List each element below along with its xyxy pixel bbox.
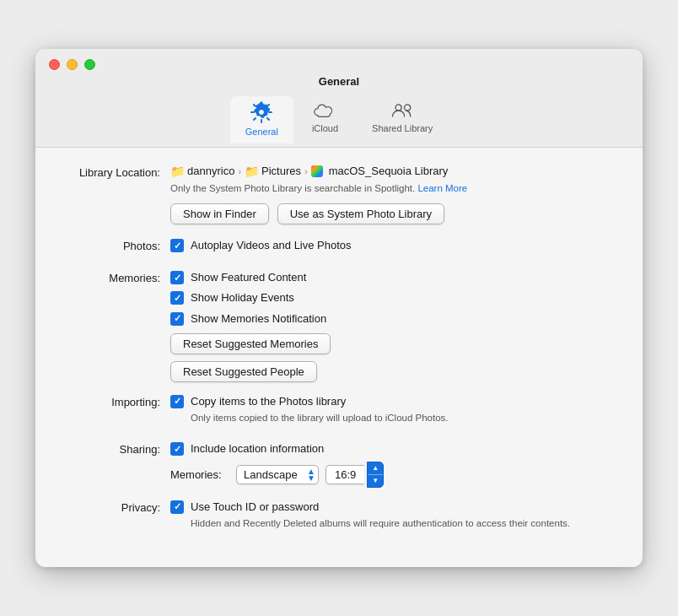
show-featured-check-mark: ✓ [174, 273, 181, 283]
macos-icon [311, 165, 323, 177]
library-buttons-row: Show in Finder Use as System Photo Libra… [170, 203, 617, 224]
show-featured-label: Show Featured Content [191, 270, 306, 285]
tab-shared-library-label: Shared Library [372, 123, 433, 133]
show-holiday-label: Show Holiday Events [191, 290, 294, 305]
ratio-stepper-down[interactable]: ▼ [368, 475, 383, 487]
reset-memories-button[interactable]: Reset Suggested Memories [170, 333, 331, 354]
path-sep-2: › [304, 166, 308, 176]
memories-label: Memories: [61, 270, 170, 284]
show-featured-checkbox[interactable]: ✓ [170, 271, 184, 284]
tab-general-label: General [245, 127, 278, 137]
content-area: Library Location: 📁 dannyrico › 📁 Pictur… [35, 148, 643, 567]
copy-items-label: Copy items to the Photos library [191, 394, 449, 409]
photos-content: ✓ Autoplay Videos and Live Photos [170, 238, 617, 258]
tab-icloud[interactable]: iCloud [297, 96, 353, 143]
reset-people-button[interactable]: Reset Suggested People [170, 361, 317, 382]
show-notification-check-mark: ✓ [174, 314, 181, 323]
memories-buttons: Reset Suggested Memories Reset Suggested… [170, 333, 617, 382]
path-library-text: macOS_Sequoia Library [329, 165, 449, 177]
path-library: macOS_Sequoia Library [311, 165, 449, 177]
privacy-section: Privacy: ✓ Use Touch ID or password Hidd… [61, 500, 617, 535]
tab-general[interactable]: General [230, 96, 293, 143]
maximize-button[interactable] [84, 59, 95, 70]
path-dannyrico: 📁 dannyrico [170, 165, 234, 178]
autoplay-label: Autoplay Videos and Live Photos [191, 238, 352, 253]
importing-label: Importing: [61, 394, 170, 408]
touch-id-check-mark: ✓ [174, 502, 181, 511]
spotlight-note: Only the System Photo Library is searcha… [170, 181, 617, 195]
copy-items-text-block: Copy items to the Photos library Only it… [191, 394, 449, 424]
privacy-label: Privacy: [61, 500, 170, 514]
landscape-select[interactable]: Landscape Portrait [236, 465, 319, 484]
sharing-label: Sharing: [61, 441, 170, 456]
show-notification-checkbox[interactable]: ✓ [170, 312, 184, 326]
photos-label: Photos: [61, 238, 170, 252]
show-in-finder-button[interactable]: Show in Finder [170, 203, 269, 224]
show-notification-label: Show Memories Notification [191, 311, 326, 327]
folder-icon-dannyrico: 📁 [170, 165, 185, 178]
autoplay-check-mark: ✓ [174, 241, 181, 251]
path-pictures-text: Pictures [261, 165, 301, 177]
traffic-lights [49, 59, 95, 70]
memories-content: ✓ Show Featured Content ✓ Show Holiday E… [170, 270, 617, 382]
tab-shared-library[interactable]: Shared Library [357, 96, 448, 143]
ratio-container: 16:9 ▲ ▼ [326, 462, 384, 488]
cloud-icon [314, 101, 336, 120]
touch-id-text-block: Use Touch ID or password Hidden and Rece… [191, 500, 570, 530]
memories-sharing-label: Memories: [170, 468, 229, 481]
sharing-section: Sharing: ✓ Include location information … [61, 441, 617, 488]
titlebar: General General iCloud [35, 49, 643, 148]
privacy-content: ✓ Use Touch ID or password Hidden and Re… [170, 500, 617, 535]
svg-point-1 [258, 109, 265, 116]
touch-id-checkbox[interactable]: ✓ [170, 500, 184, 514]
library-location-label: Library Location: [61, 165, 170, 179]
use-as-system-button[interactable]: Use as System Photo Library [277, 203, 444, 224]
importing-section: Importing: ✓ Copy items to the Photos li… [61, 394, 617, 430]
path-sep-1: › [238, 166, 241, 176]
library-path: 📁 dannyrico › 📁 Pictures › macOS_Sequoia… [170, 165, 617, 178]
copy-items-checkbox[interactable]: ✓ [170, 395, 184, 408]
autoplay-row: ✓ Autoplay Videos and Live Photos [170, 238, 617, 253]
importing-content: ✓ Copy items to the Photos library Only … [170, 394, 617, 430]
path-pictures: 📁 Pictures [245, 165, 301, 178]
minimize-button[interactable] [67, 59, 78, 70]
svg-point-2 [396, 105, 401, 111]
ratio-value: 16:9 [326, 465, 364, 484]
close-button[interactable] [49, 59, 60, 70]
library-location-section: Library Location: 📁 dannyrico › 📁 Pictur… [61, 165, 617, 226]
show-featured-row: ✓ Show Featured Content [170, 270, 617, 285]
show-notification-row: ✓ Show Memories Notification [170, 311, 617, 327]
include-location-check-mark: ✓ [174, 445, 181, 454]
landscape-select-wrapper: Landscape Portrait ▲ ▼ [236, 465, 319, 484]
photos-section: Photos: ✓ Autoplay Videos and Live Photo… [61, 238, 617, 258]
touch-id-label: Use Touch ID or password [191, 500, 570, 515]
ratio-stepper[interactable]: ▲ ▼ [367, 462, 384, 488]
svg-point-3 [405, 105, 411, 111]
sharing-content: ✓ Include location information Memories:… [170, 441, 617, 488]
touch-id-row: ✓ Use Touch ID or password Hidden and Re… [170, 500, 617, 530]
window-title: General [319, 75, 359, 88]
ratio-stepper-up[interactable]: ▲ [368, 462, 383, 474]
tab-icloud-label: iCloud [312, 123, 338, 133]
gear-icon [250, 101, 272, 123]
show-holiday-row: ✓ Show Holiday Events [170, 290, 617, 305]
touch-id-sub: Hidden and Recently Deleted albums will … [191, 516, 570, 530]
include-location-row: ✓ Include location information [170, 441, 617, 457]
copy-items-sub: Only items copied to the library will up… [191, 411, 449, 424]
autoplay-checkbox[interactable]: ✓ [170, 239, 184, 252]
folder-icon-pictures: 📁 [245, 165, 259, 178]
copy-items-row: ✓ Copy items to the Photos library Only … [170, 394, 617, 424]
include-location-label: Include location information [191, 441, 324, 457]
show-holiday-checkbox[interactable]: ✓ [170, 291, 184, 305]
show-holiday-check-mark: ✓ [174, 294, 181, 303]
library-location-content: 📁 dannyrico › 📁 Pictures › macOS_Sequoia… [170, 165, 617, 226]
main-window: General General iCloud [35, 49, 643, 567]
copy-items-check-mark: ✓ [174, 397, 181, 406]
memories-sharing-row: Memories: Landscape Portrait ▲ ▼ 16:9 [170, 462, 617, 488]
toolbar: General iCloud Shared Library [230, 96, 448, 147]
path-dannyrico-text: dannyrico [187, 165, 234, 177]
shared-library-icon [390, 101, 415, 120]
include-location-checkbox[interactable]: ✓ [170, 442, 184, 456]
learn-more-link[interactable]: Learn More [417, 183, 467, 193]
memories-section: Memories: ✓ Show Featured Content ✓ Show… [61, 270, 617, 382]
